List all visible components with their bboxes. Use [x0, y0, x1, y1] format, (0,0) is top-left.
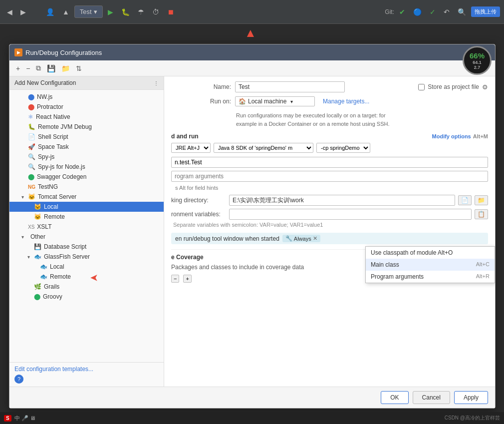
run-btn[interactable]: ▶ — [105, 6, 116, 18]
add-config-btn[interactable]: + — [13, 63, 22, 74]
name-label: Name: — [171, 83, 231, 90]
coverage-add-btn[interactable]: + — [183, 275, 191, 283]
dialog-title-text: Run/Debug Configurations — [25, 49, 102, 56]
name-input[interactable] — [235, 81, 345, 92]
tooltip-use-classpath-label: Use classpath of module Alt+O — [371, 249, 453, 256]
tree-item-react-native[interactable]: ⚛ React Native — [9, 112, 164, 122]
manage-targets-link[interactable]: Manage targets... — [323, 98, 369, 105]
tree-item-shell-script[interactable]: 📄 Shell Script — [9, 132, 164, 142]
copy-config-btn[interactable]: ⧉ — [33, 62, 43, 74]
modify-options-link[interactable]: Modify options — [432, 133, 471, 139]
name-row: Name: Store as project file ⚙ — [171, 81, 488, 92]
git-undo-btn[interactable]: ↶ — [441, 6, 453, 18]
profile-btn[interactable]: ⏱ — [149, 6, 162, 18]
build-run-header: d and run Modify options Alt+M — [171, 133, 488, 140]
sort-config-btn[interactable]: ⇅ — [73, 63, 84, 74]
test-run-dropdown[interactable]: Test ▾ — [74, 5, 103, 18]
tree-item-other[interactable]: ▾ Other — [9, 232, 164, 242]
tree-item-spy-js-node[interactable]: 🔍 Spy-js for Node.js — [9, 162, 164, 172]
tooltip-prog-args-label: Program arguments — [371, 273, 424, 280]
stop-btn[interactable]: ⏹ — [164, 6, 177, 18]
env-vars-input[interactable] — [229, 209, 472, 220]
git-btn-1[interactable]: ✔ — [396, 6, 408, 18]
toolbar-icon-btn-1[interactable]: 👤 — [43, 6, 57, 18]
separate-vars-note: Separate variables with semicolon: VAR=v… — [173, 222, 488, 228]
apply-button[interactable]: Apply — [454, 391, 488, 404]
remove-config-btn[interactable]: − — [23, 63, 32, 74]
tree-label-other: Other — [30, 233, 45, 240]
tree-item-xslt[interactable]: XS XSLT — [9, 222, 164, 232]
working-dir-input[interactable] — [229, 195, 455, 206]
cp-select[interactable]: -cp springDemo — [316, 143, 370, 153]
tree-item-space-task[interactable]: 🚀 Space Task — [9, 142, 164, 152]
coverage-btn[interactable]: ☂ — [135, 6, 147, 18]
working-dir-label: king directory: — [171, 197, 226, 204]
sdk-select[interactable]: Java 8 SDK of 'springDemo' m — [214, 143, 313, 153]
tree-item-tomcat[interactable]: ▾ 🐱 Tomcat Server — [9, 192, 164, 202]
folder-config-btn[interactable]: 📁 — [59, 63, 72, 74]
tooltip-item-prog-args[interactable]: Program arguments Alt+R — [366, 271, 495, 283]
dialog-footer: OK Cancel Apply — [9, 387, 495, 408]
toolbar-forward-btn[interactable]: ▶ — [17, 6, 29, 18]
chip-icon: 🔧 — [285, 235, 292, 242]
tree-label-tomcat: Tomcat Server — [38, 193, 76, 200]
tree-label-spy-js-node: Spy-js for Node.js — [38, 163, 85, 170]
tree-label-database-script: Database Script — [44, 243, 86, 250]
tree-item-remote[interactable]: 🐱 Remote — [9, 212, 164, 222]
csdn-bar: S 中 🎤 🖥 CSDN @高冷的上官样芸 — [0, 412, 504, 424]
run-on-dropdown[interactable]: 🏠 Local machine ▾ — [235, 96, 315, 106]
env-vars-row: ronment variables: 📋 — [171, 209, 488, 220]
tree-item-spy-js[interactable]: 🔍 Spy-js — [9, 152, 164, 162]
ok-button[interactable]: OK — [381, 391, 408, 404]
top-toolbar: ◀ ▶ 👤 ▲ Test ▾ ▶ 🐛 ☂ ⏱ ⏹ Git: ✔ 🔵 ✓ ↶ 🔍 … — [0, 0, 504, 24]
tree-label-glassfish: GlassFish Server — [44, 253, 90, 260]
env-edit-btn[interactable]: 📋 — [475, 209, 488, 219]
browse-file-btn[interactable]: 📄 — [458, 195, 472, 205]
tree-item-groovy[interactable]: ⬤ Groovy — [9, 292, 164, 302]
tree-item-glassfish[interactable]: ▾ 🐟 GlassFish Server — [9, 252, 164, 262]
tree-item-local[interactable]: 🐱 Local — [9, 202, 164, 212]
coverage-title: e Coverage — [171, 254, 204, 261]
tree-item-database-script[interactable]: 💾 Database Script — [9, 242, 164, 252]
tree-item-protractor[interactable]: ⬤ Protractor — [9, 102, 164, 112]
help-button[interactable]: ? — [14, 375, 23, 384]
upload-btn[interactable]: 拖拽上传 — [471, 6, 500, 17]
tree-item-glassfish-local[interactable]: 🐟 Local — [9, 262, 164, 272]
browse-folder-btn[interactable]: 📁 — [475, 195, 488, 205]
chip-close-btn[interactable]: ✕ — [313, 235, 317, 242]
cancel-button[interactable]: Cancel — [413, 391, 450, 404]
expander-other: ▾ — [19, 234, 25, 240]
toolbar-icon-btn-2[interactable]: ▲ — [59, 6, 72, 18]
tree-item-swagger[interactable]: ⬤ Swagger Codegen — [9, 172, 164, 182]
main-class-input[interactable] — [171, 157, 488, 168]
tooltip-item-main-class[interactable]: Main class Alt+C — [366, 259, 495, 271]
tree-item-grails[interactable]: 🌿 Grails — [9, 282, 164, 292]
toolbar-back-btn[interactable]: ◀ — [4, 6, 15, 18]
tree-label-swagger: Swagger Codegen — [37, 173, 86, 180]
program-args-input[interactable] — [171, 171, 488, 182]
remote-icon: 🐱 — [34, 213, 41, 220]
badge-percent: 66% — [470, 51, 485, 60]
red-arrow-indicator: ▲ — [245, 26, 256, 40]
tree-item-testng[interactable]: NG TestNG — [9, 182, 164, 192]
debug-btn[interactable]: 🐛 — [118, 6, 133, 18]
tree-item-remote-jvm[interactable]: 🐛 Remote JVM Debug — [9, 122, 164, 132]
coverage-remove-btn[interactable]: − — [171, 275, 179, 283]
test-label: Test — [80, 8, 92, 15]
badge-value1: 64.1 — [470, 60, 485, 65]
dialog-title-group: ▶ Run/Debug Configurations — [14, 48, 102, 56]
tree-item-nwjs[interactable]: ⬤ NW.js — [9, 92, 164, 102]
tree-label-glassfish-remote: Remote — [50, 273, 71, 280]
search-btn[interactable]: 🔍 — [455, 6, 469, 18]
tree-label-grails: Grails — [44, 283, 59, 290]
git-btn-3[interactable]: ✓ — [427, 6, 439, 18]
git-btn-2[interactable]: 🔵 — [410, 6, 425, 18]
config-tree[interactable]: ⬤ NW.js ⬤ Protractor ⚛ React Native — [9, 90, 164, 362]
save-config-btn[interactable]: 💾 — [44, 63, 58, 74]
tree-item-glassfish-remote[interactable]: 🐟 Remote — [9, 272, 164, 282]
store-as-project-checkbox[interactable] — [418, 84, 425, 90]
git-label: Git: — [385, 8, 394, 15]
tooltip-item-use-classpath[interactable]: Use classpath of module Alt+O — [366, 247, 495, 259]
edit-templates-link[interactable]: Edit configuration templates... — [14, 366, 93, 373]
jre-select[interactable]: JRE Alt+J — [171, 143, 211, 153]
